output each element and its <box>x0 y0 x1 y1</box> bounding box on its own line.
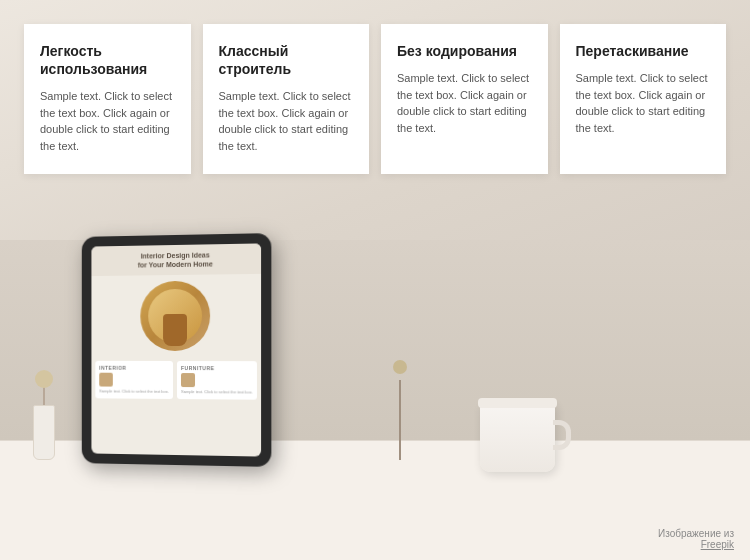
card-4-text: Sample text. Click to select the text bo… <box>576 70 711 136</box>
tablet-screen: Interior Design Ideas for Your Modern Ho… <box>91 243 261 456</box>
attribution: Изображение из Freepik <box>658 528 734 550</box>
attribution-line1: Изображение из <box>658 528 734 539</box>
tablet-wrapper: Interior Design Ideas for Your Modern Ho… <box>80 235 280 475</box>
tablet-interior-card: INTERIOR Sample text. Click to select th… <box>95 361 173 399</box>
card-builder[interactable]: Классный строитель Sample text. Click to… <box>203 24 370 174</box>
tablet-furniture-card: FURNITURE Sample text. Click to select t… <box>177 361 257 399</box>
attribution-link[interactable]: Freepik <box>658 539 734 550</box>
mug-rim <box>478 398 557 408</box>
vase-body-left <box>33 405 55 460</box>
mug-handle <box>553 420 571 450</box>
vase-left <box>30 380 58 460</box>
card-2-title: Классный строитель <box>219 42 354 78</box>
tablet-header-title: Interior Design Ideas for Your Modern Ho… <box>99 250 253 271</box>
tablet-device: Interior Design Ideas for Your Modern Ho… <box>82 233 272 467</box>
card-no-coding[interactable]: Без кодирования Sample text. Click to se… <box>381 24 548 174</box>
tablet-card1-icon <box>99 373 113 387</box>
features-section: Легкость использования Sample text. Clic… <box>0 0 750 190</box>
card-2-text: Sample text. Click to select the text bo… <box>219 88 354 154</box>
card-drag-drop[interactable]: Перетаскивание Sample text. Click to sel… <box>560 24 727 174</box>
mug-body <box>480 402 555 472</box>
tablet-header: Interior Design Ideas for Your Modern Ho… <box>91 243 261 276</box>
tablet-card2-icon <box>181 373 195 387</box>
card-3-title: Без кодирования <box>397 42 532 60</box>
tablet-card2-title: FURNITURE <box>181 365 253 371</box>
plant-stem <box>399 380 401 460</box>
tablet-card1-text: Sample text. Click to select the text bo… <box>99 389 169 395</box>
tablet-cards: INTERIOR Sample text. Click to select th… <box>91 357 261 403</box>
card-4-title: Перетаскивание <box>576 42 711 60</box>
vase-flower-left-decor <box>35 370 53 388</box>
plant-decoration <box>390 360 410 460</box>
card-ease-of-use[interactable]: Легкость использования Sample text. Clic… <box>24 24 191 174</box>
tablet-vase-decor <box>163 314 187 346</box>
card-3-text: Sample text. Click to select the text bo… <box>397 70 532 136</box>
card-1-title: Легкость использования <box>40 42 175 78</box>
tablet-hero-image <box>140 281 210 351</box>
scene-section: Interior Design Ideas for Your Modern Ho… <box>0 240 750 560</box>
card-1-text: Sample text. Click to select the text bo… <box>40 88 175 154</box>
coffee-mug <box>480 382 570 472</box>
plant-head <box>393 360 407 374</box>
tablet-card2-text: Sample text. Click to select the text bo… <box>181 389 253 395</box>
tablet-card1-title: INTERIOR <box>99 365 169 371</box>
